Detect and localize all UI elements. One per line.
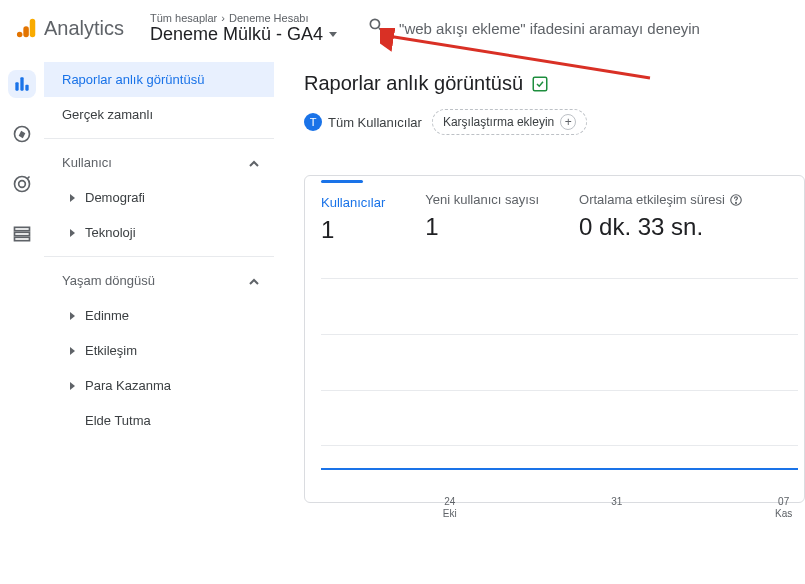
chip-add-comparison[interactable]: Karşılaştırma ekleyin + — [432, 109, 587, 135]
sidebar-section-user-label: Kullanıcı — [62, 155, 112, 170]
gridline — [321, 445, 798, 446]
rail-configure-icon[interactable] — [8, 220, 36, 248]
metric-label: Ortalama etkileşim süresi — [579, 192, 743, 207]
metric-2[interactable]: Ortalama etkileşim süresi0 dk. 33 sn. — [579, 188, 743, 244]
chip-t-badge: T — [304, 113, 322, 131]
search-input[interactable]: "web akışı ekleme" ifadesini aramayı den… — [367, 16, 793, 40]
chart-area: 24Eki3107Kas — [321, 254, 798, 496]
metric-0[interactable]: Kullanıcılar1 — [321, 188, 385, 244]
breadcrumb-all: Tüm hesaplar — [150, 12, 217, 24]
sidebar-section-lifecycle[interactable]: Yaşam döngüsü — [44, 263, 274, 298]
plus-icon: + — [560, 114, 576, 130]
divider — [44, 256, 274, 257]
svg-rect-12 — [15, 237, 30, 240]
metric-label: Kullanıcılar — [321, 195, 385, 210]
search-placeholder: "web akışı ekleme" ifadesini aramayı den… — [399, 20, 700, 37]
svg-rect-11 — [15, 232, 30, 235]
sidebar-item-para-kazanma[interactable]: Para Kazanma — [44, 368, 274, 403]
metric-value: 0 dk. 33 sn. — [579, 213, 743, 241]
sidebar-item-teknoloji[interactable]: Teknoloji — [44, 215, 274, 250]
sidebar-item-elde-tutma[interactable]: Elde Tutma — [44, 403, 274, 438]
rail-explore-icon[interactable] — [8, 120, 36, 148]
nav-rail — [0, 56, 44, 584]
sidebar-item-demografi[interactable]: Demografi — [44, 180, 274, 215]
metric-value: 1 — [425, 213, 539, 241]
svg-point-15 — [735, 202, 736, 203]
search-icon — [367, 16, 387, 40]
breadcrumb: Tüm hesaplar › Deneme Hesabı — [150, 12, 337, 24]
caret-down-icon — [329, 32, 337, 37]
svg-rect-5 — [20, 77, 23, 90]
breadcrumb-account: Deneme Hesabı — [229, 12, 309, 24]
svg-point-2 — [17, 32, 23, 37]
svg-rect-4 — [15, 82, 18, 90]
gridline — [321, 278, 798, 279]
property-name: Deneme Mülkü - GA4 — [150, 24, 323, 45]
chart-line — [321, 468, 798, 470]
verified-icon — [531, 75, 549, 93]
sidebar-section-user[interactable]: Kullanıcı — [44, 145, 274, 180]
divider — [44, 138, 274, 139]
metric-label: Yeni kullanıcı sayısı — [425, 192, 539, 207]
rail-reports-icon[interactable] — [8, 70, 36, 98]
analytics-logo: Analytics — [12, 16, 124, 40]
chip-all-users-label: Tüm Kullanıcılar — [328, 115, 422, 130]
chevron-up-icon — [248, 276, 258, 286]
sidebar-item-realtime[interactable]: Gerçek zamanlı — [44, 97, 274, 132]
svg-rect-6 — [25, 85, 28, 91]
triangle-icon — [70, 312, 75, 320]
triangle-icon — [70, 382, 75, 390]
triangle-icon — [70, 194, 75, 202]
sidebar-section-lifecycle-label: Yaşam döngüsü — [62, 273, 155, 288]
chevron-up-icon — [248, 158, 258, 168]
metrics-card: Kullanıcılar1Yeni kullanıcı sayısı1Ortal… — [304, 175, 805, 503]
svg-point-9 — [19, 181, 26, 188]
page-title: Raporlar anlık görüntüsü — [304, 72, 523, 95]
rail-advertising-icon[interactable] — [8, 170, 36, 198]
metric-value: 1 — [321, 216, 385, 244]
triangle-icon — [70, 347, 75, 355]
help-icon[interactable] — [729, 193, 743, 207]
svg-rect-1 — [23, 26, 28, 37]
main-content: Raporlar anlık görüntüsü T Tüm Kullanıcı… — [274, 56, 805, 584]
chip-compare-label: Karşılaştırma ekleyin — [443, 115, 554, 129]
svg-rect-0 — [30, 19, 36, 37]
sidebar: Raporlar anlık görüntüsü Gerçek zamanlı … — [44, 56, 274, 584]
sidebar-item-edinme[interactable]: Edinme — [44, 298, 274, 333]
brand-text: Analytics — [44, 17, 124, 40]
x-tick: 07Kas — [775, 496, 792, 520]
sidebar-item-etkilesim[interactable]: Etkileşim — [44, 333, 274, 368]
gridline — [321, 334, 798, 335]
analytics-logo-icon — [16, 16, 38, 40]
svg-rect-10 — [15, 227, 30, 230]
x-tick: 31 — [611, 496, 622, 508]
property-selector[interactable]: Tüm hesaplar › Deneme Hesabı Deneme Mülk… — [150, 12, 337, 45]
triangle-icon — [70, 229, 75, 237]
sidebar-item-reports-snapshot[interactable]: Raporlar anlık görüntüsü — [44, 62, 274, 97]
x-tick: 24Eki — [443, 496, 457, 520]
gridline — [321, 390, 798, 391]
svg-rect-13 — [533, 77, 547, 91]
chip-all-users[interactable]: T Tüm Kullanıcılar — [304, 113, 422, 131]
breadcrumb-sep: › — [221, 12, 225, 24]
metric-1[interactable]: Yeni kullanıcı sayısı1 — [425, 188, 539, 244]
